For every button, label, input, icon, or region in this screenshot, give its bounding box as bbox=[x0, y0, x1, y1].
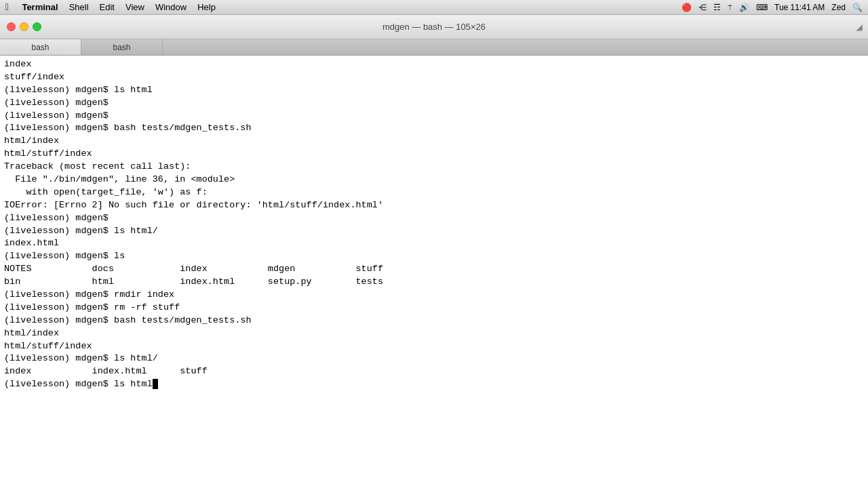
resize-handle[interactable]: ◢ bbox=[856, 20, 863, 34]
terminal-line: html/stuff/index bbox=[4, 340, 864, 353]
terminal-line: stuff/index bbox=[4, 71, 864, 84]
airport-icon: ⋲ bbox=[698, 3, 707, 12]
terminal-line: (livelesson) mdgen$ rm -rf stuff bbox=[4, 302, 864, 314]
apple-menu[interactable]:  bbox=[5, 2, 11, 13]
terminal-line: Traceback (most recent call last): bbox=[4, 161, 864, 174]
terminal-line: index index.html stuff bbox=[4, 365, 864, 378]
terminal-line: IOError: [Errno 2] No such file or direc… bbox=[4, 199, 864, 212]
terminal-line: index bbox=[4, 58, 864, 71]
menubar-right: 🔴 ⋲ ☶ ⍑ 🔊 ⌨ Tue 11:41 AM Zed 🔍 bbox=[682, 3, 863, 12]
power-icon: ⌨ bbox=[756, 3, 768, 12]
minimize-button[interactable] bbox=[20, 22, 28, 31]
menu-terminal[interactable]: Terminal bbox=[22, 2, 58, 12]
close-button[interactable] bbox=[7, 22, 16, 31]
menu-shell[interactable]: Shell bbox=[69, 2, 89, 12]
terminal-line: bin html index.html setup.py tests bbox=[4, 276, 864, 289]
battery-icon: 🔴 bbox=[682, 3, 692, 12]
terminal-line: html/index bbox=[4, 327, 864, 340]
clock: Tue 11:41 AM bbox=[774, 3, 825, 12]
bluetooth-icon: ⍑ bbox=[728, 3, 732, 12]
terminal-line: (livelesson) mdgen$ ls html/ bbox=[4, 225, 864, 238]
volume-icon: 🔊 bbox=[739, 3, 749, 12]
tab-bash-2[interactable]: bash bbox=[81, 39, 163, 55]
menu-view[interactable]: View bbox=[125, 2, 144, 12]
menu-help[interactable]: Help bbox=[197, 2, 216, 12]
terminal-line: (livelesson) mdgen$ ls html bbox=[4, 84, 864, 97]
traffic-lights bbox=[7, 22, 41, 31]
menu-edit[interactable]: Edit bbox=[100, 2, 115, 12]
terminal-line: (livelesson) mdgen$ ls bbox=[4, 250, 864, 263]
terminal-line: (livelesson) mdgen$ bbox=[4, 110, 864, 123]
terminal-line: NOTES docs index mdgen stuff bbox=[4, 263, 864, 276]
terminal-window: mdgen — bash — 105×26 ◢ bash bash index … bbox=[0, 15, 868, 488]
terminal-line: File "./bin/mdgen", line 36, in <module> bbox=[4, 174, 864, 186]
menu-window[interactable]: Window bbox=[155, 2, 186, 12]
terminal-content[interactable]: index stuff/index (livelesson) mdgen$ ls… bbox=[0, 56, 868, 488]
terminal-line: (livelesson) mdgen$ bbox=[4, 97, 864, 110]
terminal-line: html/index bbox=[4, 135, 864, 148]
terminal-line: with open(target_file, 'w') as f: bbox=[4, 186, 864, 199]
terminal-line: index.html bbox=[4, 237, 864, 250]
maximize-button[interactable] bbox=[33, 22, 41, 31]
search-icon[interactable]: 🔍 bbox=[852, 3, 863, 12]
terminal-line: (livelesson) mdgen$ bash tests/mdgen_tes… bbox=[4, 122, 864, 135]
terminal-line: (livelesson) mdgen$ ls html/ bbox=[4, 352, 864, 365]
terminal-line: (livelesson) mdgen$ bash tests/mdgen_tes… bbox=[4, 314, 864, 327]
terminal-line: (livelesson) mdgen$ bbox=[4, 212, 864, 225]
username: Zed bbox=[831, 3, 846, 12]
tab-bar: bash bash bbox=[0, 39, 868, 56]
cursor bbox=[153, 379, 158, 389]
window-title: mdgen — bash — 105×26 bbox=[382, 22, 486, 32]
menu-bar:  Terminal Shell Edit View Window Help 🔴… bbox=[0, 0, 868, 15]
titlebar: mdgen — bash — 105×26 ◢ bbox=[0, 15, 868, 39]
tab-bash-1[interactable]: bash bbox=[0, 39, 81, 55]
current-input-line[interactable]: (livelesson) mdgen$ ls html bbox=[4, 378, 864, 391]
wifi-icon: ☶ bbox=[713, 3, 721, 12]
terminal-line: html/stuff/index bbox=[4, 148, 864, 161]
terminal-line: (livelesson) mdgen$ rmdir index bbox=[4, 289, 864, 302]
